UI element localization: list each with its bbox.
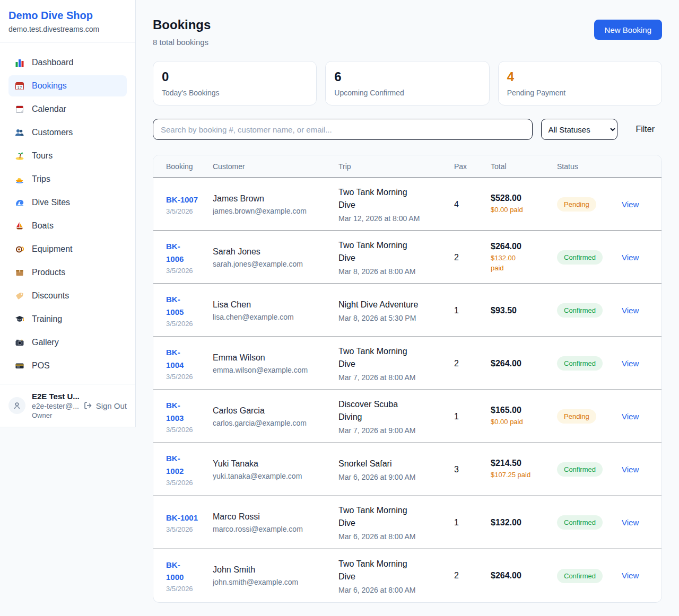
booking-id-link[interactable]: BK-1002: [166, 452, 194, 477]
customer-name: Carlos Garcia: [213, 406, 338, 416]
trip-name: Night Dive Adventure: [338, 298, 438, 311]
actions-cell: View: [622, 359, 661, 368]
view-link[interactable]: View: [622, 518, 639, 527]
actions-cell: View: [622, 200, 661, 209]
credit-card-icon: [15, 361, 24, 371]
booking-id-link[interactable]: BK-1006: [166, 240, 194, 265]
booking-cell: BK-1007 3/5/2026: [153, 193, 213, 215]
column-header-status: Status: [557, 162, 622, 171]
sidebar-item-dashboard[interactable]: Dashboard: [8, 52, 127, 73]
trip-datetime: Mar 7, 2026 at 9:00 AM: [338, 426, 438, 435]
sidebar-item-training[interactable]: Training: [8, 309, 127, 330]
trip-name: Two Tank Morning Dive: [338, 186, 438, 212]
pax-value: 2: [454, 359, 491, 368]
booking-id-link[interactable]: BK-1007: [166, 193, 198, 206]
pax-value: 1: [454, 306, 491, 315]
customer-email: james.brown@example.com: [213, 207, 338, 215]
table-row: BK-1002 3/5/2026 Yuki Tanaka yuki.tanaka…: [153, 443, 661, 496]
dive-mask-icon: [15, 244, 24, 254]
table-row: BK-1007 3/5/2026 James Brown james.brown…: [153, 178, 661, 231]
status-badge: Confirmed: [557, 515, 603, 530]
booking-id-link[interactable]: BK-1005: [166, 293, 194, 318]
trip-cell: Two Tank Morning Dive Mar 8, 2026 at 8:0…: [338, 239, 454, 276]
avatar: [8, 397, 25, 414]
status-cell: Pending: [557, 409, 622, 424]
page-subtitle: 8 total bookings: [153, 38, 211, 47]
actions-cell: View: [622, 253, 661, 262]
island-icon: [15, 151, 24, 161]
total-cell: $264.00: [491, 571, 557, 580]
sidebar-item-customers[interactable]: Customers: [8, 122, 127, 143]
total-cell: $165.00 $0.00 paid: [491, 406, 557, 427]
customer-email: yuki.tanaka@example.com: [213, 472, 338, 480]
search-input[interactable]: [153, 119, 533, 140]
booking-id-link[interactable]: BK-1004: [166, 346, 194, 371]
sidebar-item-label: Products: [32, 268, 65, 277]
booking-id-link[interactable]: BK-1003: [166, 399, 194, 424]
booking-cell: BK-1006 3/5/2026: [153, 240, 213, 275]
column-header-customer: Customer: [213, 162, 338, 171]
sidebar-item-discounts[interactable]: Discounts: [8, 285, 127, 306]
status-cell: Pending: [557, 197, 622, 212]
sidebar-item-calendar[interactable]: Calendar: [8, 99, 127, 120]
booking-id-link[interactable]: BK-1001: [166, 512, 198, 524]
view-link[interactable]: View: [622, 465, 639, 474]
total-amount: $528.00: [491, 193, 557, 203]
sidebar-item-dive-sites[interactable]: Dive Sites: [8, 192, 127, 213]
paid-amount: $132.00 paid: [491, 253, 557, 272]
sidebar-item-label: Discounts: [32, 291, 69, 301]
view-link[interactable]: View: [622, 306, 639, 315]
status-cell: Confirmed: [557, 250, 622, 265]
view-link[interactable]: View: [622, 200, 639, 209]
status-badge: Confirmed: [557, 569, 603, 583]
sidebar-item-label: Training: [32, 314, 62, 324]
sidebar-item-label: Trips: [32, 174, 50, 184]
sidebar-item-gallery[interactable]: Gallery: [8, 332, 127, 353]
customer-cell: Emma Wilson emma.wilson@example.com: [213, 353, 338, 374]
trip-name: Two Tank Morning Dive: [338, 504, 438, 530]
sidebar-item-pos[interactable]: POS: [8, 355, 127, 376]
trip-cell: Two Tank Morning Dive Mar 7, 2026 at 8:0…: [338, 345, 454, 382]
speedboat-icon: [15, 174, 24, 184]
total-amount: $264.00: [491, 571, 557, 580]
customer-name: Emma Wilson: [213, 353, 338, 363]
view-link[interactable]: View: [622, 571, 639, 580]
view-link[interactable]: View: [622, 412, 639, 421]
sidebar-item-trips[interactable]: Trips: [8, 169, 127, 190]
trip-cell: Two Tank Morning Dive Mar 12, 2026 at 8:…: [338, 186, 454, 223]
new-booking-button[interactable]: New Booking: [594, 20, 662, 40]
sidebar-item-tours[interactable]: Tours: [8, 145, 127, 166]
sidebar-item-boats[interactable]: Boats: [8, 215, 127, 236]
booking-cell: BK-1001 3/5/2026: [153, 512, 213, 533]
status-select[interactable]: All Statuses: [541, 119, 617, 140]
status-cell: Confirmed: [557, 356, 622, 371]
trip-cell: Two Tank Morning Dive Mar 6, 2026 at 8:0…: [338, 504, 454, 541]
sidebar-item-label: Gallery: [32, 338, 59, 347]
view-link[interactable]: View: [622, 359, 639, 368]
user-role: Owner: [32, 411, 83, 419]
actions-cell: View: [622, 518, 661, 527]
table-row: BK-1005 3/5/2026 Lisa Chen lisa.chen@exa…: [153, 284, 661, 337]
sign-out-button[interactable]: Sign Out: [83, 401, 127, 410]
status-badge: Confirmed: [557, 303, 603, 318]
sidebar-item-bookings[interactable]: 17 Bookings: [8, 75, 127, 96]
paid-amount: $0.00 paid: [491, 417, 557, 427]
trip-name: Discover Scuba Diving: [338, 398, 438, 424]
pax-value: 3: [454, 465, 491, 474]
view-link[interactable]: View: [622, 253, 639, 262]
main-content: Bookings 8 total bookings New Booking 0 …: [136, 0, 679, 603]
sidebar-item-products[interactable]: Products: [8, 262, 127, 283]
customer-email: sarah.jones@example.com: [213, 260, 338, 268]
total-cell: $132.00: [491, 518, 557, 527]
filter-button[interactable]: Filter: [628, 120, 662, 138]
total-amount: $132.00: [491, 518, 557, 527]
total-amount: $264.00: [491, 242, 557, 251]
status-cell: Confirmed: [557, 462, 622, 477]
booking-id-link[interactable]: BK-1000: [166, 559, 194, 584]
status-badge: Confirmed: [557, 250, 603, 265]
customer-cell: Sarah Jones sarah.jones@example.com: [213, 247, 338, 268]
sidebar-item-equipment[interactable]: Equipment: [8, 239, 127, 260]
tag-icon: [15, 291, 24, 301]
sidebar-item-label: Dashboard: [32, 58, 73, 67]
table-body: BK-1007 3/5/2026 James Brown james.brown…: [153, 178, 661, 602]
